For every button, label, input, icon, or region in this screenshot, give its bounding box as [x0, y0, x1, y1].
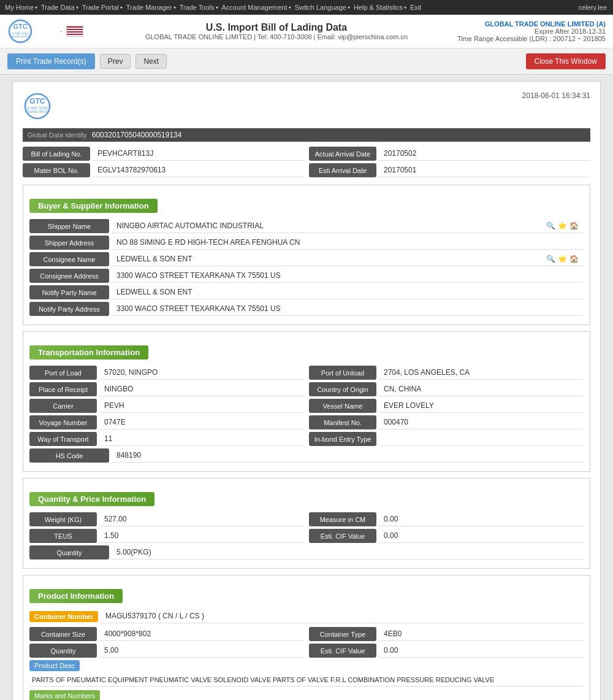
consignee-home-icon[interactable]: 🏠: [569, 255, 579, 263]
carrier-field: Carrier PEVH: [29, 399, 304, 413]
doc-datetime: 2018-06-01 16:34:31: [522, 91, 590, 100]
shipper-star-icon[interactable]: ⭐: [558, 221, 567, 230]
way-transport-label: Way of Transport: [29, 432, 97, 446]
nav-trade-tools[interactable]: Trade Tools ▾: [180, 4, 219, 11]
way-transport-value: 11: [99, 432, 304, 446]
buyer-supplier-header: Buyer & Supplier Information: [29, 199, 158, 213]
shipper-address-value: NO 88 SIMING E RD HIGH-TECH AREA FENGHUA…: [112, 236, 584, 250]
container-size-label: Container Size: [29, 627, 97, 641]
mater-bol-value: EGLV143782970613: [93, 163, 304, 177]
hs-code-row: HS Code 848190: [29, 448, 584, 463]
notify-party-name-label: Notify Party Name: [29, 285, 109, 299]
account-info: GLOBAL TRADE ONLINE LIMITED (A) Expire A…: [457, 20, 606, 42]
global-data-identity-label: Global Data Identity: [28, 131, 87, 139]
bol-row: Bill of Lading No. PEVHCART813J Actual A…: [23, 147, 590, 161]
place-receipt-value: NINGBO: [99, 382, 304, 396]
carrier-vessel-row: Carrier PEVH Vessel Name EVER LOVELY: [29, 399, 584, 413]
quantity-price-header: Quantity & Price Information: [29, 492, 154, 506]
manifest-value: 000470: [379, 415, 584, 429]
actual-arrival-value: 20170502: [379, 147, 590, 161]
product-header: Product Information: [29, 589, 123, 603]
product-cif-field: Esti. CIF Value 0.00: [309, 644, 584, 658]
global-data-identity-row: Global Data Identity 6003201705040000519…: [23, 128, 590, 142]
way-transport-field: Way of Transport 11: [29, 432, 304, 446]
port-unload-value: 2704, LOS ANGELES, CA: [379, 366, 584, 380]
port-unload-label: Port of Unload: [309, 366, 376, 380]
product-qty-cif-row: Quantity 5.00 Esti. CIF Value 0.00: [29, 644, 584, 658]
container-type-value: 4EB0: [379, 627, 584, 641]
global-data-identity-value: 6003201705040000519134: [92, 131, 182, 139]
consignee-star-icon[interactable]: ⭐: [558, 255, 567, 263]
nav-trade-portal[interactable]: Trade Portal ▾: [82, 4, 124, 11]
product-desc-block: Product Desc PARTS OF PNEUMATIC EQUIPMEN…: [29, 660, 584, 687]
nav-trade-data[interactable]: Trade Data ▾: [41, 4, 80, 11]
port-row: Port of Load 57020, NINGPO Port of Unloa…: [29, 366, 584, 380]
bol-field: Bill of Lading No. PEVHCART813J: [23, 147, 304, 161]
nav-exit[interactable]: Exit: [410, 4, 421, 11]
nav-trade-manager[interactable]: Trade Manager ▾: [126, 4, 177, 11]
container-type-label: Container Type: [309, 627, 376, 641]
esti-arrival-value: 20170501: [379, 163, 590, 177]
esti-cif-field: Esti. CIF Value 0.00: [309, 529, 584, 543]
measure-value: 0.00: [379, 512, 584, 526]
teus-field: TEUS 1.50: [29, 529, 304, 543]
actual-arrival-label: Actual Arrival Date: [309, 147, 376, 161]
port-load-field: Port of Load 57020, NINGPO: [29, 366, 304, 380]
qty-value: 5.00(PKG): [112, 545, 584, 560]
consignee-address-value: 3300 WACO STREET TEXARKANA TX 75501 US: [112, 269, 584, 283]
product-qty-value: 5.00: [99, 644, 304, 658]
product-qty-field: Quantity 5.00: [29, 644, 304, 658]
container-size-type-row: Container Size 4000*908*802 Container Ty…: [29, 627, 584, 641]
prev-button-top[interactable]: Prev: [100, 54, 131, 69]
page-title-area: U.S. Import Bill of Lading Data GLOBAL T…: [96, 22, 457, 40]
inbond-value: [379, 432, 584, 446]
measure-label: Measure in CM: [309, 512, 376, 526]
product-cif-label: Esti. CIF Value: [309, 644, 376, 658]
gtc-logo: GTC GLOBAL TRADE ONLINE LIMITED: [7, 18, 56, 44]
shipper-name-row: Shipper Name NINGBO AIRTAC AUTOMATIC IND…: [29, 219, 584, 233]
container-number-row: Container Number MAGU5379170 ( CN / L / …: [29, 609, 584, 623]
nav-help-statistics[interactable]: Help & Statistics ▾: [354, 4, 408, 11]
close-button-top[interactable]: Close This Window: [526, 53, 606, 69]
teus-label: TEUS: [29, 529, 97, 543]
expire-date: Expire After 2018-12-31: [457, 28, 606, 35]
company-contact: GLOBAL TRADE ONLINE LIMITED | Tel: 400-7…: [96, 33, 457, 40]
measure-field: Measure in CM 0.00: [309, 512, 584, 526]
next-button-top[interactable]: Next: [135, 54, 167, 69]
manifest-label: Manifest No.: [309, 415, 376, 429]
main-content: GTC GLOBAL TRADE ONLINE LIMITED 2018-06-…: [0, 75, 613, 700]
nav-my-home[interactable]: My Home ▾: [5, 4, 39, 11]
shipper-address-row: Shipper Address NO 88 SIMING E RD HIGH-T…: [29, 236, 584, 250]
top-navigation: My Home ▾ Trade Data ▾ Trade Portal ▾ Tr…: [0, 0, 613, 15]
hs-code-label: HS Code: [29, 448, 109, 463]
voyage-value: 0747E: [99, 415, 304, 429]
port-unload-field: Port of Unload 2704, LOS ANGELES, CA: [309, 366, 584, 380]
shipper-home-icon[interactable]: 🏠: [569, 221, 579, 230]
esti-arrival-label: Esti Arrival Date: [309, 163, 376, 177]
port-load-value: 57020, NINGPO: [99, 366, 304, 380]
consignee-search-icon[interactable]: 🔍: [546, 255, 555, 263]
product-desc-label: Product Desc: [29, 660, 80, 671]
place-receipt-label: Place of Receipt: [29, 382, 97, 396]
consignee-name-label: Consignee Name: [29, 252, 109, 266]
weight-value: 527.00: [99, 512, 304, 526]
nav-account-management[interactable]: Account Management ▾: [222, 4, 292, 11]
product-cif-value: 0.00: [379, 644, 584, 658]
esti-cif-label: Esti. CIF Value: [309, 529, 376, 543]
transport-inbond-row: Way of Transport 11 In-bond Entry Type: [29, 432, 584, 446]
shipper-search-icon[interactable]: 🔍: [546, 221, 555, 230]
print-button-top[interactable]: Print Trade Record(s): [7, 53, 95, 69]
svg-text:ONLINE LIMITED: ONLINE LIMITED: [10, 35, 30, 38]
container-number-value: MAGU5379170 ( CN / L / CS ): [101, 609, 584, 623]
shipper-address-label: Shipper Address: [29, 236, 109, 250]
nav-switch-language[interactable]: Switch Language ▾: [295, 4, 351, 11]
actual-arrival-field: Actual Arrival Date 20170502: [309, 147, 590, 161]
container-number-badge: Container Number: [29, 611, 98, 622]
marks-label: Marks and Numbers: [29, 690, 100, 700]
document-card: GTC GLOBAL TRADE ONLINE LIMITED 2018-06-…: [12, 81, 601, 700]
place-receipt-field: Place of Receipt NINGBO: [29, 382, 304, 396]
container-type-field: Container Type 4EB0: [309, 627, 584, 641]
carrier-label: Carrier: [29, 399, 97, 413]
weight-label: Weight (KG): [29, 512, 97, 526]
notify-party-address-value: 3300 WACO STREET TEXARKANA TX 75501 US: [112, 302, 584, 316]
